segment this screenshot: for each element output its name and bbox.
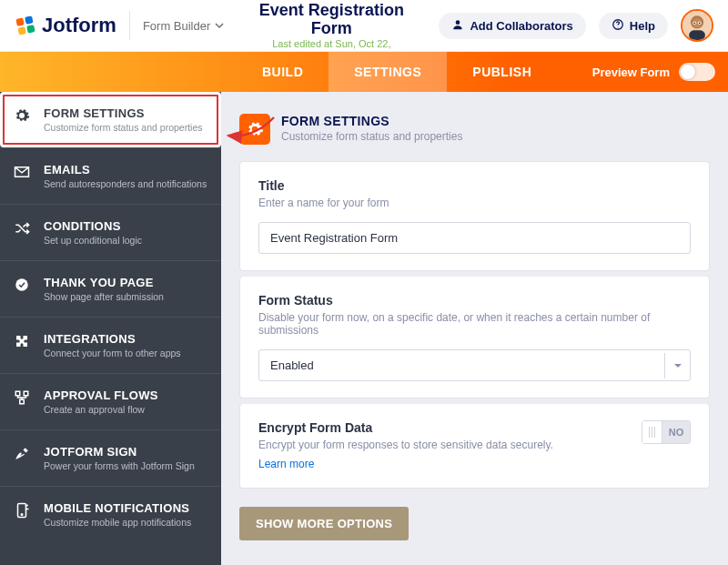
svg-point-20 (21, 514, 23, 516)
sidebar-item-label: FORM SETTINGS (44, 106, 203, 120)
tab-settings[interactable]: SETTINGS (329, 52, 447, 92)
svg-rect-0 (15, 17, 24, 25)
flow-icon (13, 388, 31, 406)
logo[interactable]: Jotform (15, 14, 116, 37)
preview-form-toggle: Preview Form (592, 52, 728, 92)
svg-rect-10 (689, 30, 705, 40)
sidebar-item-thank-you[interactable]: THANK YOU PAGE Show page after submissio… (0, 260, 221, 317)
last-edited: Last edited at Sun, Oct 22, (237, 38, 426, 49)
preview-switch[interactable] (679, 63, 715, 81)
separator (129, 11, 130, 40)
help-icon (612, 18, 624, 34)
svg-rect-3 (26, 25, 35, 33)
add-collaborators-label: Add Collaborators (470, 19, 572, 33)
sidebar-item-integrations[interactable]: INTEGRATIONS Connect your form to other … (0, 317, 221, 373)
field-sub: Disable your form now, on a specific dat… (258, 311, 691, 337)
toggle-state: NO (662, 421, 690, 443)
svg-rect-2 (17, 26, 25, 35)
sidebar-item-label: THANK YOU PAGE (44, 276, 164, 289)
mail-icon (13, 163, 31, 180)
select-value: Enabled (270, 358, 314, 372)
sidebar-item-sub: Customize form status and properties (44, 122, 203, 133)
sidebar-item-mobile-notifications[interactable]: MOBILE NOTIFICATIONS Customize mobile ap… (0, 486, 221, 542)
svg-rect-17 (24, 391, 28, 396)
sidebar-item-approval-flows[interactable]: APPROVAL FLOWS Create an approval flow (0, 373, 221, 429)
svg-point-4 (456, 20, 460, 25)
breadcrumb[interactable]: Form Builder (143, 19, 224, 33)
sidebar-item-sub: Set up conditional logic (44, 235, 142, 246)
gear-icon (13, 106, 31, 124)
sidebar-item-conditions[interactable]: CONDITIONS Set up conditional logic (0, 204, 221, 260)
mobile-icon (13, 501, 31, 519)
avatar[interactable] (681, 9, 713, 42)
tab-bar: BUILD SETTINGS PUBLISH Preview Form (0, 52, 728, 92)
svg-point-14 (699, 22, 701, 24)
sidebar-item-label: APPROVAL FLOWS (44, 388, 158, 402)
logo-text: Jotform (42, 14, 116, 37)
tab-publish[interactable]: PUBLISH (447, 52, 557, 92)
sidebar-item-sub: Power your forms with Jotform Sign (44, 460, 195, 471)
svg-point-13 (693, 22, 695, 24)
title-card: Title Enter a name for your form (239, 161, 710, 271)
sidebar-item-sub: Connect your form to other apps (44, 348, 181, 358)
settings-sidebar: FORM SETTINGS Customize form status and … (0, 92, 221, 565)
svg-rect-18 (20, 399, 25, 404)
panel-subtitle: Customize form status and properties (281, 130, 462, 143)
preview-label: Preview Form (592, 66, 670, 79)
sidebar-item-label: INTEGRATIONS (44, 332, 181, 346)
content-area: FORM SETTINGS Customize form status and … (221, 92, 728, 565)
sidebar-item-sign[interactable]: JOTFORM SIGN Power your forms with Jotfo… (0, 429, 221, 486)
svg-point-15 (15, 278, 28, 291)
encrypt-toggle[interactable]: NO (642, 420, 691, 444)
field-label: Encrypt Form Data (258, 420, 553, 435)
field-sub: Enter a name for your form (258, 197, 691, 209)
form-title-wrap: Event Registration Form Last edited at S… (237, 2, 426, 49)
help-button[interactable]: Help (599, 13, 668, 39)
check-circle-icon (13, 276, 31, 293)
top-bar: Jotform Form Builder Event Registration … (0, 0, 728, 52)
breadcrumb-label: Form Builder (143, 19, 210, 33)
svg-point-6 (617, 26, 618, 27)
sidebar-item-sub: Customize mobile app notifications (44, 517, 191, 528)
pen-icon (13, 445, 31, 462)
sidebar-item-form-settings[interactable]: FORM SETTINGS Customize form status and … (0, 92, 221, 147)
encrypt-card: Encrypt Form Data Encrypt your form resp… (239, 404, 710, 489)
field-label: Form Status (258, 293, 691, 308)
form-status-select[interactable]: Enabled (258, 349, 691, 381)
sidebar-item-label: JOTFORM SIGN (44, 445, 195, 459)
puzzle-icon (13, 332, 31, 349)
svg-rect-1 (25, 15, 33, 24)
sidebar-item-sub: Create an approval flow (44, 404, 158, 415)
show-more-button[interactable]: SHOW MORE OPTIONS (239, 507, 409, 540)
sidebar-item-label: MOBILE NOTIFICATIONS (44, 501, 191, 515)
field-label: Title (258, 178, 691, 193)
page-title[interactable]: Event Registration Form (237, 2, 426, 38)
add-collaborators-button[interactable]: Add Collaborators (439, 13, 585, 39)
logo-icon (15, 15, 36, 36)
svg-rect-16 (15, 391, 20, 396)
help-label: Help (630, 19, 655, 33)
field-sub: Encrypt your form responses to store sen… (258, 439, 553, 451)
sidebar-item-label: CONDITIONS (44, 219, 142, 233)
status-card: Form Status Disable your form now, on a … (239, 277, 710, 399)
learn-more-link[interactable]: Learn more (258, 458, 314, 470)
panel-title: FORM SETTINGS (281, 114, 462, 128)
sidebar-item-emails[interactable]: EMAILS Send autoresponders and notificat… (0, 147, 221, 204)
form-title-input[interactable] (258, 222, 691, 254)
sidebar-item-label: EMAILS (44, 163, 207, 177)
sidebar-item-sub: Send autoresponders and notifications (44, 178, 207, 189)
user-plus-icon (451, 18, 464, 34)
shuffle-icon (13, 219, 31, 237)
sidebar-item-sub: Show page after submission (44, 291, 164, 302)
grip-icon (642, 421, 662, 443)
tab-build[interactable]: BUILD (237, 52, 329, 92)
panel-header: FORM SETTINGS Customize form status and … (239, 114, 710, 145)
chevron-down-icon (664, 353, 690, 378)
gear-icon (239, 114, 270, 145)
chevron-down-icon (215, 19, 224, 33)
